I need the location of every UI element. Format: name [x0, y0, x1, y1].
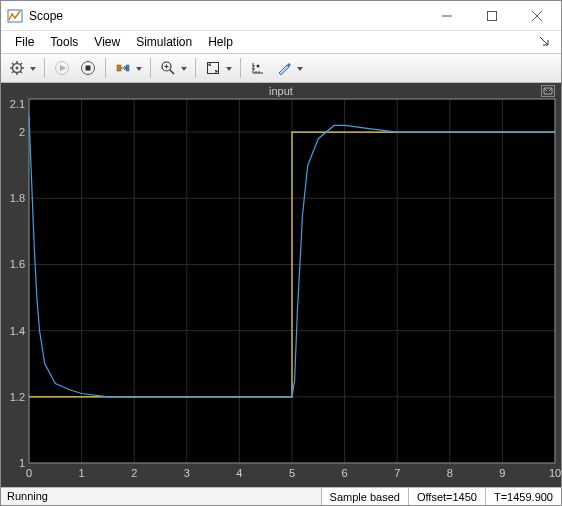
highlight-button[interactable]	[272, 56, 306, 80]
zoom-in-icon	[160, 60, 176, 76]
status-sample-mode: Sample based	[321, 488, 408, 506]
svg-text:2: 2	[131, 467, 137, 479]
svg-text:1.6: 1.6	[10, 258, 25, 270]
svg-marker-15	[30, 67, 36, 71]
menu-dock-icon[interactable]	[533, 33, 555, 51]
svg-text:10: 10	[549, 467, 561, 479]
svg-rect-21	[126, 65, 129, 71]
window-title: Scope	[29, 9, 424, 23]
svg-text:3: 3	[184, 467, 190, 479]
autoscale-icon	[205, 60, 221, 76]
svg-rect-19	[86, 66, 91, 71]
plot-maximize-icon[interactable]	[541, 85, 555, 97]
svg-line-14	[21, 63, 23, 65]
close-button[interactable]	[514, 2, 559, 30]
svg-text:8: 8	[447, 467, 453, 479]
svg-text:1.4: 1.4	[10, 325, 25, 337]
svg-text:2: 2	[19, 126, 25, 138]
gear-icon	[9, 60, 25, 76]
menu-view[interactable]: View	[86, 33, 128, 51]
menu-help[interactable]: Help	[200, 33, 241, 51]
step-forward-icon	[115, 60, 131, 76]
statusbar: Running Sample based Offset=1450 T=1459.…	[1, 487, 561, 506]
titlebar: Scope	[1, 1, 561, 31]
status-state: Running	[1, 488, 321, 506]
menu-file[interactable]: File	[7, 33, 42, 51]
window-controls	[424, 2, 559, 30]
svg-text:9: 9	[499, 467, 505, 479]
status-offset: Offset=1450	[408, 488, 485, 506]
svg-marker-22	[136, 67, 142, 71]
svg-text:6: 6	[342, 467, 348, 479]
zoom-button[interactable]	[156, 56, 190, 80]
svg-text:1.2: 1.2	[10, 391, 25, 403]
svg-text:5: 5	[289, 467, 295, 479]
autoscale-button[interactable]	[201, 56, 235, 80]
run-button[interactable]	[50, 56, 74, 80]
svg-line-24	[170, 70, 174, 74]
menu-simulation[interactable]: Simulation	[128, 33, 200, 51]
minimize-button[interactable]	[424, 2, 469, 30]
svg-marker-29	[226, 67, 232, 71]
marker-icon	[276, 60, 292, 76]
svg-point-30	[257, 65, 260, 68]
svg-text:7: 7	[394, 467, 400, 479]
plot-axes[interactable]: 01234567891011.21.41.61.822.1	[1, 97, 561, 487]
svg-text:1: 1	[19, 457, 25, 469]
svg-rect-20	[117, 65, 121, 71]
svg-marker-31	[297, 67, 303, 71]
svg-marker-27	[181, 67, 187, 71]
svg-point-6	[16, 67, 19, 70]
svg-line-11	[12, 63, 14, 65]
stop-icon	[80, 60, 96, 76]
svg-text:1: 1	[79, 467, 85, 479]
plot-title: input	[1, 83, 561, 97]
step-button[interactable]	[111, 56, 145, 80]
plot-container: input 01234567891011.21.41.61.822.1	[1, 83, 561, 487]
play-icon	[54, 60, 70, 76]
svg-text:0: 0	[26, 467, 32, 479]
stop-button[interactable]	[76, 56, 100, 80]
svg-line-12	[21, 72, 23, 74]
svg-marker-17	[60, 65, 66, 71]
svg-text:1.8: 1.8	[10, 192, 25, 204]
status-time: T=1459.900	[485, 488, 561, 506]
svg-rect-2	[487, 11, 496, 20]
svg-text:4: 4	[236, 467, 242, 479]
menubar: File Tools View Simulation Help	[1, 31, 561, 53]
menu-tools[interactable]: Tools	[42, 33, 86, 51]
settings-button[interactable]	[5, 56, 39, 80]
maximize-button[interactable]	[469, 2, 514, 30]
app-icon	[7, 8, 23, 24]
ruler-icon	[250, 60, 266, 76]
svg-line-13	[12, 72, 14, 74]
cursor-measure-button[interactable]	[246, 56, 270, 80]
toolbar	[1, 53, 561, 83]
svg-text:2.1: 2.1	[10, 98, 25, 110]
